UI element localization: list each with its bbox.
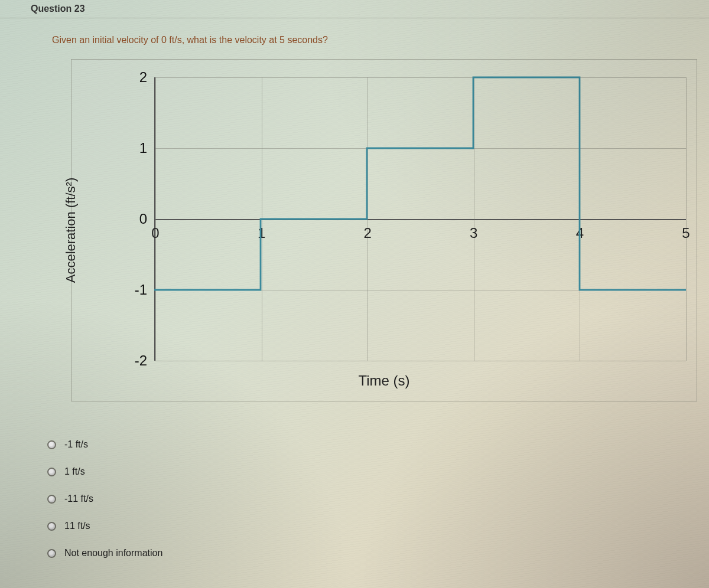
gridline-y-0	[155, 219, 686, 220]
radio-icon[interactable]	[47, 495, 56, 504]
gridline-y--1	[155, 290, 686, 290]
gridline-x-0	[155, 77, 156, 361]
gridline-x-5	[686, 77, 687, 361]
radio-icon[interactable]	[47, 522, 56, 531]
gridline-x-3	[474, 77, 474, 361]
gridline-y-1	[155, 148, 686, 149]
ytick--2: -2	[135, 352, 147, 369]
answer-option[interactable]: 1 ft/s	[47, 458, 162, 485]
x-axis-label: Time (s)	[358, 373, 409, 389]
answer-option[interactable]: -11 ft/s	[47, 485, 162, 512]
ytick--1: -1	[135, 282, 147, 298]
gridline-x-2	[367, 77, 368, 361]
radio-icon[interactable]	[47, 468, 56, 476]
answer-label: 1 ft/s	[64, 466, 85, 477]
xtick-3: 3	[470, 225, 477, 241]
answer-label: -1 ft/s	[64, 439, 88, 450]
ytick-1: 1	[139, 140, 147, 156]
ytick-0: 0	[139, 211, 147, 227]
xtick-2: 2	[364, 225, 372, 241]
gridline-x-1	[262, 77, 262, 361]
answer-label: Not enough information	[64, 548, 162, 558]
gridline-x-4	[580, 77, 580, 361]
chart-plot-area: 2 1 0 -1 -2 0 1 2 3 4 5	[154, 77, 686, 361]
radio-icon[interactable]	[47, 440, 56, 449]
answer-label: 11 ft/s	[64, 521, 90, 531]
question-header: Question 23	[0, 0, 709, 18]
answer-option[interactable]: Not enough information	[47, 540, 162, 567]
y-axis-label: Acceleration (ft/s²)	[63, 178, 79, 283]
chart-frame: Acceleration (ft/s²) Time (s) 2 1 0 -1 -…	[71, 59, 697, 401]
answer-list: -1 ft/s 1 ft/s -11 ft/s 11 ft/s Not enou…	[47, 431, 162, 567]
radio-icon[interactable]	[47, 549, 56, 558]
answer-label: -11 ft/s	[64, 494, 93, 504]
question-number: Question 23	[31, 4, 85, 14]
gridline-y--2	[155, 361, 686, 361]
xtick-1: 1	[258, 225, 265, 241]
xtick-4: 4	[576, 225, 584, 241]
answer-option[interactable]: 11 ft/s	[47, 512, 162, 540]
xtick-5: 5	[682, 225, 690, 241]
gridline-y-2	[155, 77, 686, 78]
question-prompt: Given an initial velocity of 0 ft/s, wha…	[0, 18, 709, 57]
answer-option[interactable]: -1 ft/s	[47, 431, 162, 458]
ytick-2: 2	[139, 69, 147, 86]
xtick-0: 0	[151, 225, 159, 241]
